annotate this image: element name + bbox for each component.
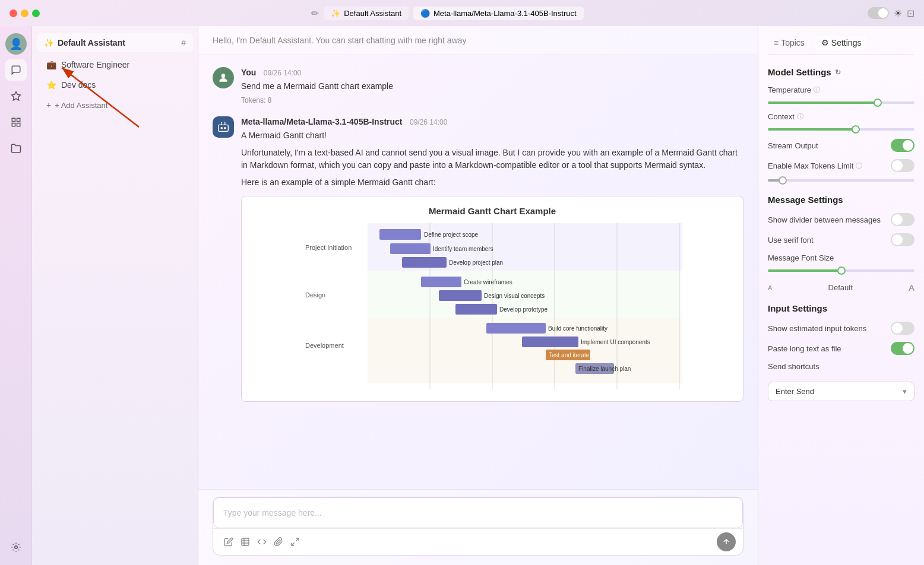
right-panel: ≡ Topics ⚙ Settings Model Settings ↻ Tem… — [758, 26, 924, 565]
send-shortcuts-label: Send shortcuts — [768, 362, 819, 371]
maximize-button[interactable] — [32, 9, 40, 17]
context-thumb[interactable] — [852, 125, 860, 134]
sidebar-default-assistant[interactable]: ✨ Default Assistant # — [37, 33, 193, 52]
svg-text:Create wireframes: Create wireframes — [464, 279, 512, 285]
edit-icon[interactable]: ✏ — [311, 8, 319, 19]
svg-text:Design: Design — [305, 291, 325, 299]
ai-message-content: Meta-llama/Meta-Llama-3.1-405B-Instruct … — [241, 116, 743, 402]
temperature-fill — [768, 101, 878, 104]
max-tokens-slider[interactable] — [768, 179, 914, 182]
max-tokens-label: Enable Max Tokens Limit ⓘ — [768, 161, 862, 170]
temperature-label: Temperature ⓘ — [768, 85, 820, 94]
tab-meta-llama[interactable]: 🔵 Meta-llama/Meta-Llama-3.1-405B-Instruc… — [413, 7, 584, 20]
context-label: Context ⓘ — [768, 112, 803, 121]
show-divider-row: Show divider between messages — [768, 213, 914, 226]
sidebar-header-label: ✨ Default Assistant — [44, 38, 125, 47]
close-button[interactable] — [10, 9, 17, 17]
temperature-slider[interactable] — [768, 101, 914, 104]
chat-messages[interactable]: You 09/26 14:00 Send me a Mermaid Gantt … — [198, 55, 758, 489]
settings-tab-label: Settings — [831, 38, 862, 47]
font-size-small-label: A — [768, 284, 772, 291]
user-icon[interactable]: 👤 — [5, 33, 27, 55]
max-tokens-thumb[interactable] — [779, 176, 787, 185]
send-button[interactable] — [717, 532, 736, 551]
show-divider-toggle[interactable] — [891, 213, 914, 226]
svg-rect-1 — [12, 118, 15, 121]
svg-point-12 — [221, 122, 222, 123]
tab-settings[interactable]: ⚙ Settings — [815, 36, 868, 50]
topics-icon: ≡ — [774, 38, 779, 47]
svg-text:Test and iterate: Test and iterate — [549, 352, 590, 358]
folder-icon[interactable] — [5, 138, 27, 159]
font-size-thumb[interactable] — [837, 266, 846, 275]
stream-output-toggle[interactable] — [891, 139, 914, 152]
svg-rect-39 — [522, 337, 578, 347]
settings-icon[interactable] — [5, 537, 27, 558]
chat-input-box: Type your message here... — [213, 497, 743, 528]
send-shortcuts-select[interactable]: Enter Send ▾ — [768, 382, 914, 401]
chat-icon[interactable] — [5, 59, 27, 81]
table-icon[interactable] — [237, 534, 254, 550]
chat-header-text: Hello, I'm Default Assistant. You can st… — [213, 36, 467, 45]
max-tokens-info-icon[interactable]: ⓘ — [856, 161, 862, 170]
grid-icon[interactable] — [5, 112, 27, 133]
sidebar-toggle-icon[interactable]: ⊡ — [907, 8, 914, 19]
font-size-current-label: Default — [828, 283, 853, 292]
svg-text:Identify team members: Identify team members — [433, 246, 493, 252]
svg-rect-27 — [390, 243, 431, 254]
gantt-svg: Project Initiation Design Development De… — [251, 223, 733, 389]
user-avatar — [213, 67, 234, 88]
app-body: 👤 — [0, 26, 924, 565]
tab-default-assistant[interactable]: ✨ Default Assistant — [324, 7, 409, 20]
ai-avatar — [213, 116, 234, 138]
temperature-thumb[interactable] — [874, 99, 882, 107]
svg-text:Build core functionality: Build core functionality — [548, 325, 607, 332]
use-serif-row: Use serif font — [768, 233, 914, 246]
svg-rect-2 — [17, 118, 20, 121]
svg-rect-37 — [486, 323, 546, 334]
svg-rect-33 — [439, 290, 482, 301]
add-assistant-button[interactable]: + + Add Assistant — [37, 96, 193, 115]
expand-icon[interactable] — [287, 534, 303, 550]
use-serif-toggle[interactable] — [891, 233, 914, 246]
refresh-icon[interactable]: ↻ — [835, 68, 841, 77]
svg-text:Define project scope: Define project scope — [424, 231, 479, 238]
gantt-title: Mermaid Gantt Chart Example — [251, 206, 733, 216]
titlebar-right: ☀ ⊡ — [868, 7, 914, 19]
use-serif-label: Use serif font — [768, 236, 814, 245]
temperature-info-icon[interactable]: ⓘ — [814, 85, 820, 94]
attach-icon[interactable] — [270, 534, 287, 550]
svg-text:Develop project plan: Develop project plan — [449, 259, 503, 266]
sidebar-item-software-engineer[interactable]: 💼 Software Engineer — [37, 55, 193, 74]
titlebar: ✏ ✨ Default Assistant 🔵 Meta-llama/Meta-… — [0, 0, 924, 26]
input-settings-title: Input Settings — [768, 303, 914, 313]
paste-as-file-toggle[interactable] — [891, 342, 914, 355]
context-info-icon[interactable]: ⓘ — [797, 112, 803, 121]
sidebar-item-dev-docs[interactable]: ⭐ Dev docs — [37, 75, 193, 94]
max-tokens-knob — [892, 160, 903, 171]
show-divider-knob — [892, 214, 903, 225]
chat-input-area: Type your message here... — [198, 489, 758, 565]
theme-toggle[interactable] — [868, 7, 889, 19]
svg-text:Finalize launch plan: Finalize launch plan — [578, 366, 631, 372]
tab-topics[interactable]: ≡ Topics — [768, 36, 811, 50]
code-icon[interactable] — [254, 534, 270, 550]
svg-rect-35 — [455, 304, 497, 315]
main-content: Hello, I'm Default Assistant. You can st… — [198, 26, 758, 565]
svg-point-11 — [224, 127, 226, 129]
discover-icon[interactable] — [5, 85, 27, 107]
font-size-row: Message Font Size — [768, 253, 914, 262]
message-settings-title: Message Settings — [768, 195, 914, 205]
context-slider[interactable] — [768, 128, 914, 131]
font-size-slider[interactable] — [768, 269, 914, 272]
minimize-button[interactable] — [21, 9, 29, 17]
font-size-fill — [768, 269, 841, 272]
edit-icon[interactable] — [220, 534, 237, 550]
svg-point-10 — [220, 127, 223, 129]
show-tokens-toggle[interactable] — [891, 322, 914, 335]
user-message-time: 09/26 14:00 — [264, 69, 301, 77]
svg-rect-4 — [17, 123, 20, 126]
max-tokens-toggle[interactable] — [891, 159, 914, 172]
font-size-large-label: A — [909, 282, 914, 293]
paste-as-file-knob — [903, 343, 913, 354]
